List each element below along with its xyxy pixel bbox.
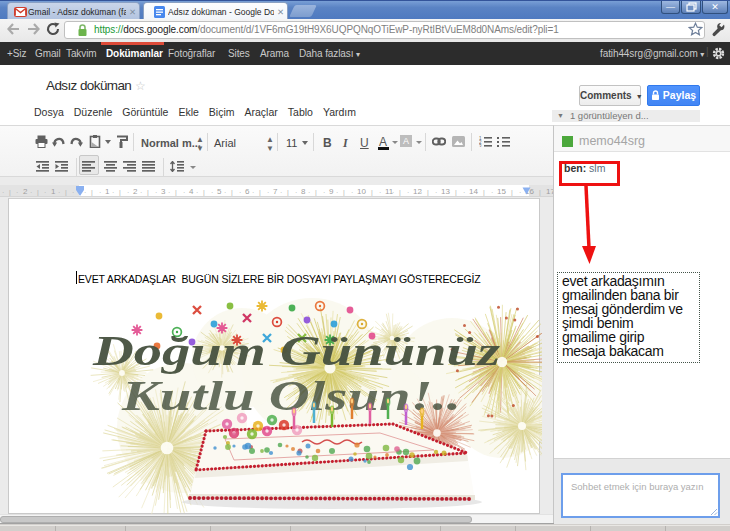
svg-text:3: 3 xyxy=(479,144,482,147)
svg-text:Doğum Gününüz: Doğum Gününüz xyxy=(92,328,501,374)
svg-text:Kutlu Olsun!..: Kutlu Olsun!.. xyxy=(121,373,461,419)
